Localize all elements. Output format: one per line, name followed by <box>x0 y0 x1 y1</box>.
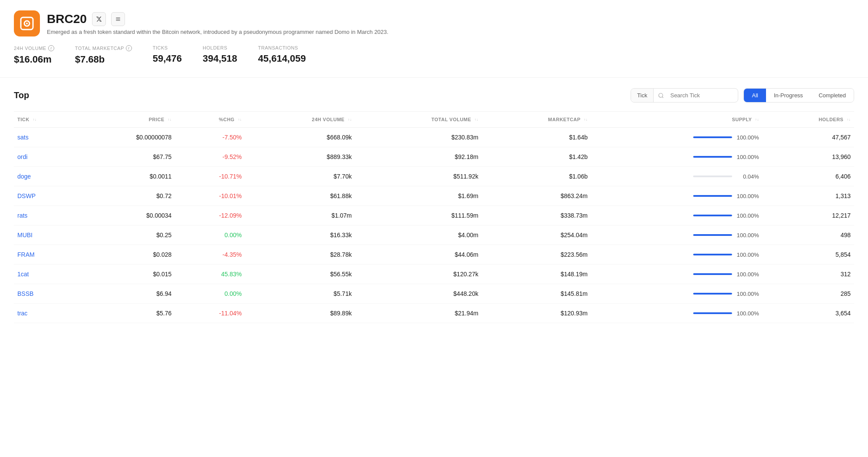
col-chg: %CHG ↑↓ <box>175 112 245 128</box>
info-icon-volume[interactable]: i <box>48 45 54 51</box>
cell-marketcap: $1.64b <box>482 128 591 147</box>
cell-holders: 47,567 <box>763 128 854 147</box>
col-holders: HOLDERS ↑↓ <box>763 112 854 128</box>
tick-link[interactable]: ordi <box>17 153 27 160</box>
cell-vol24h: $1.07m <box>245 206 355 225</box>
tick-link[interactable]: FRAM <box>17 251 35 258</box>
cell-holders: 3,654 <box>763 304 854 323</box>
stat-value-ticks: 59,476 <box>153 53 182 64</box>
cell-chg: -9.52% <box>175 147 245 167</box>
info-icon-marketcap[interactable]: i <box>126 45 132 51</box>
cell-holders: 6,406 <box>763 167 854 186</box>
table-row: trac $5.76 -11.04% $89.89k $21.94m $120.… <box>14 304 854 323</box>
supply-bar <box>693 195 732 197</box>
cell-price: $0.00000078 <box>76 128 175 147</box>
tick-link[interactable]: DSWP <box>17 192 36 199</box>
cell-vol24h: $5.71k <box>245 284 355 304</box>
supply-bar-wrap <box>693 312 732 314</box>
supply-pct: 100.00% <box>736 154 759 160</box>
cell-total-vol: $21.94m <box>355 304 482 323</box>
stat-value-transactions: 45,614,059 <box>258 53 306 64</box>
twitter-button[interactable] <box>92 12 106 26</box>
cell-tick: MUBI <box>14 225 76 245</box>
cell-total-vol: $448.20k <box>355 284 482 304</box>
tick-link[interactable]: sats <box>17 134 29 141</box>
tick-link[interactable]: BSSB <box>17 290 33 297</box>
table-row: MUBI $0.25 0.00% $16.33k $4.00m $254.04m… <box>14 225 854 245</box>
supply-pct: 100.00% <box>736 212 759 219</box>
tick-link[interactable]: MUBI <box>17 232 33 238</box>
col-vol24h: 24H VOLUME ↑↓ <box>245 112 355 128</box>
cell-supply: 100.00% <box>591 265 763 284</box>
cell-holders: 498 <box>763 225 854 245</box>
cell-holders: 1,313 <box>763 186 854 206</box>
cell-tick: sats <box>14 128 76 147</box>
cell-price: $6.94 <box>76 284 175 304</box>
cell-supply: 0.04% <box>591 167 763 186</box>
filter-all-button[interactable]: All <box>744 89 766 102</box>
filter-btn-group: All In-Progress Completed <box>743 88 854 103</box>
cell-holders: 312 <box>763 265 854 284</box>
page-title: BRC20 <box>47 12 87 26</box>
supply-bar-wrap <box>693 273 732 275</box>
supply-pct: 0.04% <box>736 173 759 180</box>
search-container: Tick <box>631 88 738 103</box>
col-price: PRICE ↑↓ <box>76 112 175 128</box>
supply-bar-wrap <box>693 176 732 177</box>
supply-pct: 100.00% <box>736 291 759 297</box>
tick-link[interactable]: rats <box>17 212 27 219</box>
cell-total-vol: $111.59m <box>355 206 482 225</box>
cell-holders: 13,960 <box>763 147 854 167</box>
cell-total-vol: $230.83m <box>355 128 482 147</box>
cell-marketcap: $338.73m <box>482 206 591 225</box>
filter-completed-button[interactable]: Completed <box>811 89 854 102</box>
cell-price: $0.72 <box>76 186 175 206</box>
cell-total-vol: $120.27k <box>355 265 482 284</box>
cell-vol24h: $7.70k <box>245 167 355 186</box>
cell-price: $0.00034 <box>76 206 175 225</box>
cell-marketcap: $223.56m <box>482 245 591 265</box>
cell-chg: -7.50% <box>175 128 245 147</box>
cell-marketcap: $145.81m <box>482 284 591 304</box>
stats-row: 24H VOLUME i $16.06m TOTAL MARKETCAP i $… <box>0 45 868 78</box>
supply-bar <box>693 293 732 295</box>
cell-chg: 45.83% <box>175 265 245 284</box>
table-row: sats $0.00000078 -7.50% $668.09k $230.83… <box>14 128 854 147</box>
cell-total-vol: $92.18m <box>355 147 482 167</box>
cell-supply: 100.00% <box>591 128 763 147</box>
docs-button[interactable] <box>111 12 125 26</box>
page-header: BRC20 Emerged as a fresh token standard … <box>0 0 868 45</box>
cell-total-vol: $511.92k <box>355 167 482 186</box>
cell-marketcap: $863.24m <box>482 186 591 206</box>
supply-bar-wrap <box>693 136 732 138</box>
tick-link[interactable]: trac <box>17 310 27 317</box>
cell-chg: 0.00% <box>175 225 245 245</box>
tick-link[interactable]: 1cat <box>17 271 29 278</box>
supply-bar <box>693 234 732 236</box>
cell-vol24h: $16.33k <box>245 225 355 245</box>
filter-inprogress-button[interactable]: In-Progress <box>766 89 811 102</box>
tokens-table: TICK ↑↓ PRICE ↑↓ %CHG ↑↓ 24H VOLUME ↑↓ T… <box>14 111 854 323</box>
cell-tick: rats <box>14 206 76 225</box>
main-content: Top Tick All In-Progress Completed TICK … <box>0 78 868 334</box>
cell-supply: 100.00% <box>591 245 763 265</box>
cell-price: $0.028 <box>76 245 175 265</box>
tick-link[interactable]: doge <box>17 173 31 180</box>
cell-chg: -10.01% <box>175 186 245 206</box>
cell-chg: -12.09% <box>175 206 245 225</box>
search-input[interactable] <box>668 89 738 102</box>
cell-tick: ordi <box>14 147 76 167</box>
supply-bar <box>693 254 732 255</box>
table-row: rats $0.00034 -12.09% $1.07m $111.59m $3… <box>14 206 854 225</box>
col-total-vol: TOTAL VOLUME ↑↓ <box>355 112 482 128</box>
cell-holders: 285 <box>763 284 854 304</box>
cell-price: $0.015 <box>76 265 175 284</box>
cell-chg: -11.04% <box>175 304 245 323</box>
cell-marketcap: $120.93m <box>482 304 591 323</box>
supply-bar-wrap <box>693 195 732 197</box>
cell-price: $67.75 <box>76 147 175 167</box>
table-row: FRAM $0.028 -4.35% $28.78k $44.06m $223.… <box>14 245 854 265</box>
cell-price: $5.76 <box>76 304 175 323</box>
table-row: 1cat $0.015 45.83% $56.55k $120.27k $148… <box>14 265 854 284</box>
stat-ticks: TICKS 59,476 <box>153 45 182 65</box>
